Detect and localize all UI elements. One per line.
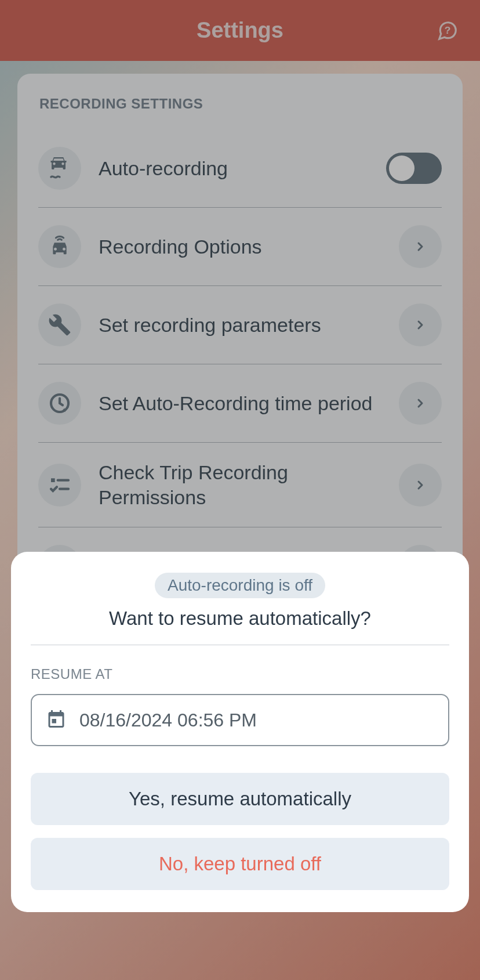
divider — [31, 645, 449, 645]
status-pill: Auto-recording is off — [155, 573, 325, 598]
svg-rect-5 — [52, 719, 57, 724]
no-keep-off-button[interactable]: No, keep turned off — [31, 838, 449, 890]
yes-resume-button[interactable]: Yes, resume automatically — [31, 773, 449, 825]
resume-datetime-value: 08/16/2024 06:56 PM — [79, 710, 257, 731]
calendar-icon — [46, 708, 67, 732]
modal-title: Want to resume automatically? — [31, 607, 449, 630]
resume-at-label: RESUME AT — [31, 666, 449, 682]
resume-modal: Auto-recording is off Want to resume aut… — [11, 552, 469, 912]
resume-datetime-field[interactable]: 08/16/2024 06:56 PM — [31, 694, 449, 746]
